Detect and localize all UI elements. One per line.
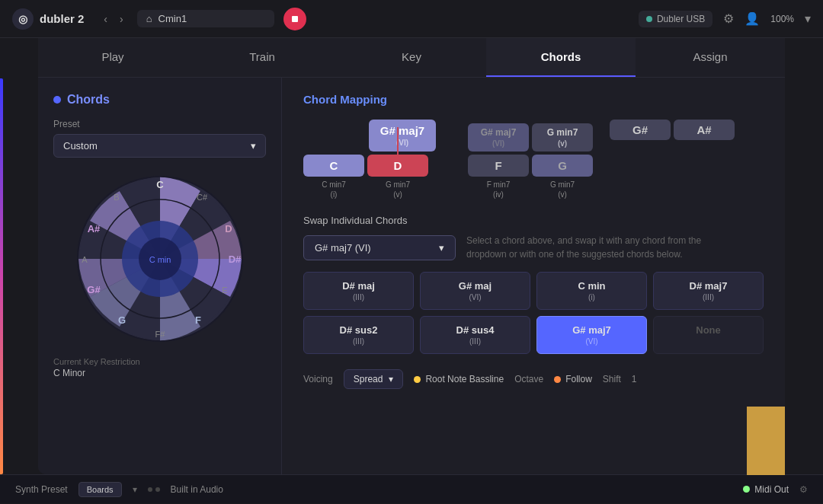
- chord-gsharp-maj7-top[interactable]: G# maj7 (VI): [369, 120, 436, 152]
- chord-gsharp-solo[interactable]: G#: [610, 120, 671, 140]
- voicing-dropdown[interactable]: Spread ▾: [344, 369, 404, 389]
- octave-follow-toggle[interactable]: Follow: [554, 374, 592, 384]
- chord-d[interactable]: D: [367, 155, 428, 177]
- svg-text:F: F: [195, 314, 201, 326]
- shift-value: 1: [632, 374, 637, 384]
- chord-gmin7-top[interactable]: G min7 (v): [532, 123, 593, 152]
- svg-text:C#: C#: [196, 193, 207, 202]
- nav-back[interactable]: ‹: [99, 11, 112, 27]
- voicing-label: Voicing: [303, 374, 333, 384]
- svg-text:A#: A#: [87, 223, 100, 234]
- preset-chevron: ▾: [251, 140, 256, 152]
- bottom-settings-icon: ⚙: [799, 484, 808, 495]
- home-icon: ⌂: [146, 13, 152, 24]
- chord-gsharp-maj7-g2[interactable]: G# maj7 (VI): [468, 123, 529, 152]
- zoom-dropdown[interactable]: ▾: [805, 11, 811, 26]
- circle-svg: C C# D D# E F F# G G# A A# B C min: [72, 171, 248, 346]
- chord-grid-item-0[interactable]: D# maj (III): [303, 272, 414, 310]
- root-note-dot: [414, 376, 421, 383]
- root-note-bassline-toggle[interactable]: Root Note Bassline: [414, 374, 504, 384]
- chord-d-label: G min7(v): [386, 180, 410, 199]
- preset-value: Custom: [63, 140, 98, 152]
- octave-label: Octave: [514, 374, 543, 384]
- tab-key[interactable]: Key: [337, 38, 486, 77]
- chord-f[interactable]: F: [468, 155, 529, 177]
- tab-nav: Play Train Key Chords Assign: [38, 38, 785, 78]
- tab-chords[interactable]: Chords: [486, 38, 636, 77]
- chord-g-group: G G min7(v): [532, 155, 593, 199]
- device-info: Dubler USB: [639, 11, 713, 27]
- preset-dropdown[interactable]: Custom ▾: [53, 134, 266, 158]
- nav-forward[interactable]: ›: [115, 11, 128, 27]
- svg-text:E: E: [222, 285, 227, 295]
- svg-rect-0: [292, 16, 298, 22]
- chord-g[interactable]: G: [532, 155, 593, 177]
- swap-title: Swap Individual Chords: [303, 215, 764, 226]
- record-button[interactable]: [283, 8, 306, 30]
- app-name: dubler 2: [40, 12, 84, 25]
- swap-hint: Select a chord above, and swap it with a…: [466, 234, 701, 261]
- chord-group-1: G# maj7 (VI) C C min7(i): [303, 120, 436, 199]
- tab-train[interactable]: Train: [187, 38, 337, 77]
- key-name: C Minor: [53, 368, 266, 378]
- svg-text:B: B: [114, 193, 119, 202]
- swap-chevron: ▾: [439, 242, 444, 254]
- voicing-bar: Voicing Spread ▾ Root Note Bassline Octa…: [303, 369, 764, 389]
- chord-group-2: G# maj7 (VI) G min7 (v): [468, 123, 593, 199]
- chord-d-group: D G min7(v): [367, 155, 428, 199]
- top-chord-row: G# maj7 (VI): [303, 120, 436, 152]
- dropdown-arrow: ▾: [133, 484, 137, 495]
- chord-grid-item-2[interactable]: C min (i): [536, 272, 647, 310]
- chord-grid-item-3[interactable]: D# maj7 (III): [653, 272, 764, 310]
- svg-text:A: A: [82, 255, 88, 264]
- builtin-audio: Built in Audio: [171, 484, 223, 495]
- settings-button[interactable]: ⚙: [723, 11, 734, 26]
- root-note-label: Root Note Bassline: [425, 374, 504, 384]
- account-button[interactable]: 👤: [745, 11, 760, 26]
- voicing-value: Spread: [354, 374, 383, 384]
- chord-asharp-solo[interactable]: A#: [674, 120, 735, 140]
- zoom-level: 100%: [770, 14, 794, 24]
- svg-text:D#: D#: [228, 254, 241, 265]
- midi-out-label: Midi Out: [754, 484, 789, 495]
- audio-dots: [148, 487, 160, 492]
- right-panel: Chord Mapping G# maj7 (VI): [282, 78, 785, 474]
- chord-g-label: G min7(v): [550, 180, 575, 199]
- swap-selected: G# maj7 (VI): [315, 242, 371, 254]
- chord-c[interactable]: C: [303, 155, 364, 177]
- record-icon: [290, 14, 299, 24]
- address-value: Cmin1: [159, 13, 187, 24]
- bottom-bar: Synth Preset Boards ▾ Built in Audio Mid…: [0, 474, 823, 503]
- swap-dropdown[interactable]: G# maj7 (VI) ▾: [303, 235, 456, 260]
- top-bar: ◎ dubler 2 ‹ › ⌂ Cmin1 Dubler USB ⚙ 👤 10…: [0, 0, 823, 38]
- address-bar[interactable]: ⌂ Cmin1: [137, 10, 274, 27]
- chord-grid-item-1[interactable]: G# maj (VI): [420, 272, 530, 310]
- chord-mapping-title: Chord Mapping: [303, 93, 764, 106]
- octave-value: Follow: [565, 374, 592, 384]
- chord-c-group: C C min7(i): [303, 155, 364, 199]
- left-panel: Chords Preset Custom ▾: [38, 78, 282, 474]
- main-area: Chords Preset Custom ▾: [38, 78, 785, 474]
- swap-row: G# maj7 (VI) ▾ Select a chord above, and…: [303, 234, 764, 261]
- chord-grid-item-5[interactable]: D# sus4 (III): [420, 316, 530, 354]
- chord-grid-item-6[interactable]: G# maj7 (VI): [536, 316, 647, 354]
- chord-grid-item-none[interactable]: None: [653, 316, 764, 354]
- chord-grid-item-4[interactable]: D# sus2 (III): [303, 316, 414, 354]
- midi-out-toggle[interactable]: Midi Out: [743, 484, 789, 495]
- svg-text:D: D: [225, 223, 232, 234]
- tab-play[interactable]: Play: [38, 38, 187, 77]
- tab-assign[interactable]: Assign: [636, 38, 785, 77]
- device-name: Dubler USB: [657, 14, 705, 24]
- midi-out-dot: [743, 486, 750, 493]
- chord-c-label: C min7(i): [322, 180, 346, 199]
- svg-text:G: G: [117, 314, 125, 326]
- title-dot: [53, 96, 61, 104]
- logo-icon: ◎: [12, 8, 34, 30]
- svg-text:C: C: [156, 179, 164, 190]
- svg-text:G#: G#: [87, 284, 101, 295]
- boards-button[interactable]: Boards: [78, 482, 122, 497]
- chord-f-group: F F min7(iv): [468, 155, 529, 199]
- top-bar-right: Dubler USB ⚙ 👤 100% ▾: [639, 11, 811, 27]
- circle-of-fifths: C C# D D# E F F# G G# A A# B C min: [53, 171, 266, 346]
- panel-title: Chords: [53, 93, 266, 107]
